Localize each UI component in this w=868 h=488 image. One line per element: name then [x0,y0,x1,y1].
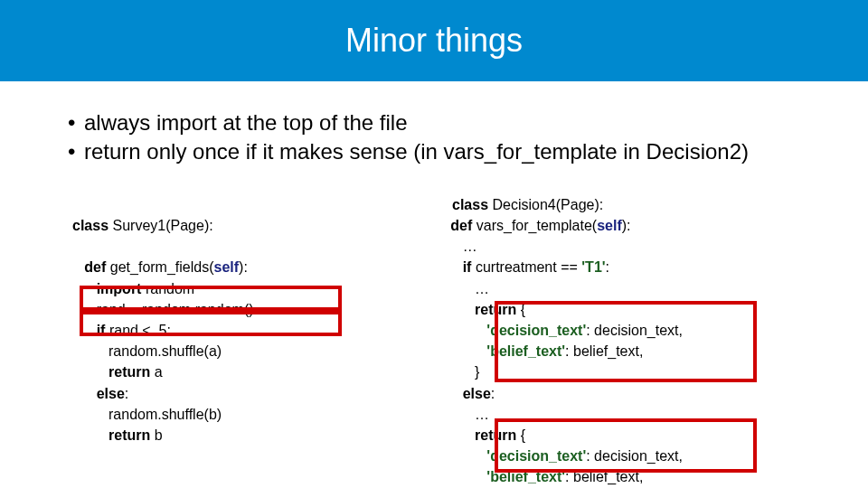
bullet-1: • always import at the top of the file [68,108,809,137]
bullet-2-text: return only once if it makes sense (in v… [84,137,809,166]
highlight-box-right-1 [495,301,757,382]
shuffle-b: random.shuffle(b) [108,407,222,422]
else-colon-r: : [491,386,495,401]
t1-str: 'T1' [581,259,605,275]
ret-a: a [150,364,162,380]
bullet-dot: • [68,108,84,137]
bullet-2: • return only once if it makes sense (in… [68,137,809,166]
dots1: … [463,239,477,254]
self-l: self [214,259,240,275]
bullet-dot: • [68,137,84,166]
code-columns: class Survey1(Page): def get_form_fields… [0,215,868,488]
defname-l: get_form_fields( [106,259,213,275]
kw-class: class [452,197,488,212]
dots2: … [475,281,489,296]
classname-l: Survey1(Page): [108,218,213,233]
kw-else-l: else [97,386,125,401]
highlight-box-left-1 [80,286,342,311]
highlight-box-left-2 [80,311,342,336]
slide-title: Minor things [345,22,523,60]
ret-b: b [150,427,162,443]
bullet-list: • always import at the top of the file •… [0,81,868,167]
title-bar: Minor things [0,0,868,81]
else-colon-l: : [125,386,128,401]
self-r: self [597,218,622,233]
ifcond-r: curtreatment == [471,259,581,275]
code-right: def vars_for_template(self): … if curtre… [420,215,868,488]
kw-if-r: if [463,259,472,275]
colon-r: : [606,259,609,275]
closeparen-r: ): [622,218,631,233]
closeparen-l: ): [239,259,248,275]
shuffle-a: random.shuffle(a) [108,343,222,359]
kw-class-l: class [72,218,108,233]
kw-return-l2: return [108,427,150,443]
kw-else-r: else [463,386,491,401]
bullet-1-text: always import at the top of the file [84,108,809,137]
kw-def-r: def [450,218,472,233]
highlight-box-right-2 [495,418,757,473]
code-left: class Survey1(Page): def get_form_fields… [0,215,420,488]
dots3: … [475,407,489,422]
kw-def-l: def [84,259,106,275]
right-class-line: class Decision4(Page): [452,197,603,213]
kw-return-l1: return [108,364,150,380]
classname-right: Decision4(Page): [488,197,603,212]
close-brace-1: } [475,364,479,380]
defname-r: vars_for_template( [472,218,597,233]
